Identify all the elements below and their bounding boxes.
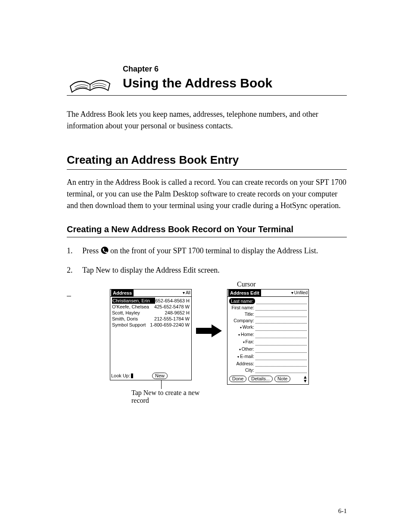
divider xyxy=(67,237,347,237)
details-button[interactable]: Details... xyxy=(248,376,273,382)
done-button[interactable]: Done xyxy=(229,376,246,382)
field-label[interactable]: ▾E-mail: xyxy=(229,353,255,360)
scroll-arrows[interactable]: ▲▼ xyxy=(303,375,308,383)
screen-title: Address Edit xyxy=(228,289,261,296)
address-list-row[interactable]: O'Keefe, Chelsea425-652-5478 W xyxy=(112,304,190,310)
lookup-input-cursor[interactable] xyxy=(131,373,133,378)
open-book-icon xyxy=(67,65,114,99)
subsection-title: Creating a New Address Book Record on Yo… xyxy=(67,224,347,234)
step-1-text-before: Press xyxy=(82,246,101,255)
edit-field-row[interactable]: City: xyxy=(229,367,307,373)
field-input-line[interactable] xyxy=(255,362,307,367)
new-button[interactable]: New xyxy=(152,373,168,379)
address-edit-screen: Address Edit ▾Unfiled Last name:First na… xyxy=(227,289,309,385)
field-label[interactable]: ▾Fax: xyxy=(229,339,255,345)
address-list-row[interactable]: Smith, Doris212-555-1784 W xyxy=(112,316,190,322)
edit-field-row[interactable]: Company: xyxy=(229,317,307,324)
field-label[interactable]: ▾Home: xyxy=(229,331,255,338)
chapter-label: Chapter 6 xyxy=(123,65,347,74)
edit-field-row[interactable]: ▾Other: xyxy=(229,346,307,353)
field-label: Title: xyxy=(229,311,255,317)
address-list-screen: Address ▾All Christiansen, Erin652-654-8… xyxy=(110,289,192,380)
arrow-right-icon xyxy=(196,324,222,338)
lookup-label: Look Up: xyxy=(111,373,130,378)
field-label: Address: xyxy=(229,361,255,367)
section-title: Creating an Address Book Entry xyxy=(67,153,347,167)
field-input-line[interactable] xyxy=(255,326,307,331)
note-button[interactable]: Note xyxy=(274,376,290,382)
step-number: 2. xyxy=(67,264,82,276)
edit-field-row[interactable]: Address: xyxy=(229,361,307,367)
step-2: 2. Tap New to display the Address Edit s… xyxy=(67,264,347,276)
phone-button-icon xyxy=(101,246,109,254)
edit-field-row[interactable]: ▾Fax: xyxy=(229,339,307,345)
edit-field-row[interactable]: ▾E-mail: xyxy=(229,353,307,360)
intro-paragraph: The Address Book lets you keep names, ad… xyxy=(67,109,347,132)
step-2-text: Tap New to display the Address Edit scre… xyxy=(82,264,347,276)
connector-line xyxy=(161,380,162,389)
field-input-line[interactable] xyxy=(255,306,307,311)
chapter-title: Using the Address Book xyxy=(123,76,347,90)
new-button-caption: Tap New to create a new record xyxy=(131,389,205,404)
field-label[interactable]: ▾Other: xyxy=(229,346,255,353)
field-label[interactable]: ▾Work: xyxy=(229,324,255,331)
step-1: 1. Press on the front of your SPT 1700 t… xyxy=(67,245,347,257)
category-dropdown[interactable]: ▾All xyxy=(183,290,190,295)
divider xyxy=(67,169,347,170)
field-label: City: xyxy=(229,367,255,373)
field-input-line[interactable] xyxy=(255,312,307,317)
field-label: Company: xyxy=(229,317,255,324)
field-label: Last name: xyxy=(229,298,255,304)
edit-field-row[interactable]: Title: xyxy=(229,311,307,317)
field-input-line[interactable] xyxy=(255,333,307,338)
address-list-row[interactable]: Scott, Hayley248-9652 H xyxy=(112,310,190,316)
address-list-row[interactable]: Christiansen, Erin652-654-8563 H xyxy=(112,298,190,304)
field-input-line[interactable] xyxy=(256,299,307,304)
page-number: 6-1 xyxy=(338,507,347,515)
category-dropdown[interactable]: ▾Unfiled xyxy=(291,290,308,295)
field-input-line[interactable] xyxy=(255,348,307,353)
field-input-line[interactable] xyxy=(255,355,307,360)
connector-line xyxy=(67,289,71,296)
field-label: First name: xyxy=(229,305,255,311)
section-body: An entry in the Address Book is called a… xyxy=(67,177,347,212)
field-input-line[interactable] xyxy=(255,319,307,324)
edit-field-row[interactable]: First name: xyxy=(229,305,307,311)
edit-field-row[interactable]: Last name: xyxy=(229,298,307,304)
address-list-row[interactable]: Symbol Support1-800-659-2240 W xyxy=(112,322,190,328)
svg-marker-1 xyxy=(196,324,222,337)
field-input-line[interactable] xyxy=(255,368,307,373)
edit-field-row[interactable]: ▾Home: xyxy=(229,331,307,338)
edit-field-row[interactable]: ▾Work: xyxy=(229,324,307,331)
screen-title: Address xyxy=(111,289,134,296)
field-input-line[interactable] xyxy=(255,341,307,345)
cursor-caption: Cursor xyxy=(237,280,256,288)
step-1-text-after: on the front of your SPT 1700 terminal t… xyxy=(110,246,318,255)
step-number: 1. xyxy=(67,245,82,257)
